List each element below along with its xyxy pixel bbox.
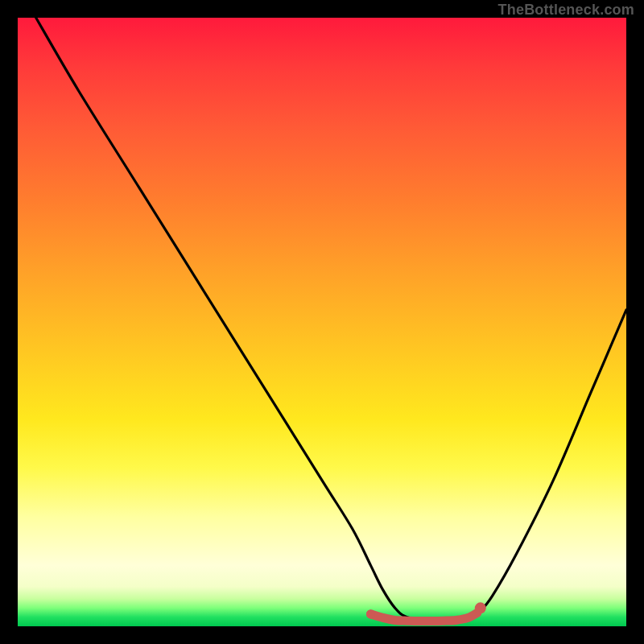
curve-layer <box>18 18 626 626</box>
band-end-dot <box>475 602 486 613</box>
flat-bottom-band <box>366 602 486 621</box>
bottleneck-curve <box>36 18 626 621</box>
chart-frame: TheBottleneck.com <box>0 0 644 644</box>
band-start-dot <box>366 609 375 618</box>
flat-bottom-stroke <box>370 613 477 621</box>
plot-area <box>18 18 626 626</box>
watermark-text: TheBottleneck.com <box>498 2 634 19</box>
